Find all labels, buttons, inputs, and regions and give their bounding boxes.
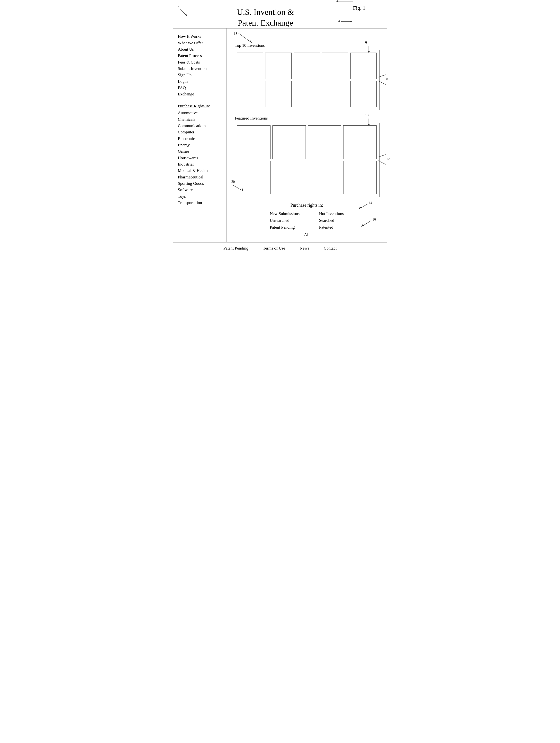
invention-cell[interactable] bbox=[350, 53, 377, 79]
top-inventions-section: 6 Top 10 Inventions bbox=[234, 43, 380, 110]
svg-text:14: 14 bbox=[369, 201, 372, 205]
footer: Patent Pending Terms of Use News Contact bbox=[173, 243, 387, 254]
category-sporting-goods[interactable]: Sporting Goods bbox=[178, 180, 222, 187]
purchase-all-link[interactable]: All bbox=[234, 232, 380, 237]
sidebar: How It Works What We Offer About Us Pate… bbox=[173, 29, 227, 242]
svg-marker-6 bbox=[350, 20, 352, 23]
nav-faq[interactable]: FAQ bbox=[178, 85, 222, 91]
featured-inventions-label: Featured Inventions bbox=[235, 116, 380, 121]
nav-about-us[interactable]: About Us bbox=[178, 46, 222, 53]
category-transportation[interactable]: Transportation bbox=[178, 200, 222, 206]
invention-cell[interactable] bbox=[322, 81, 348, 107]
footer-terms-of-use[interactable]: Terms of Use bbox=[263, 246, 285, 251]
category-medical-health[interactable]: Medical & Health bbox=[178, 168, 222, 174]
svg-text:4: 4 bbox=[338, 19, 340, 23]
category-software[interactable]: Software bbox=[178, 187, 222, 193]
category-electronics[interactable]: Electronics bbox=[178, 136, 222, 142]
invention-cell[interactable] bbox=[322, 53, 348, 79]
invention-cell[interactable] bbox=[273, 125, 306, 159]
purchase-rights-section: Purchase Rights in: Automotive Chemicals… bbox=[178, 103, 222, 206]
category-games[interactable]: Games bbox=[178, 148, 222, 155]
sidebar-nav: How It Works What We Offer About Us Pate… bbox=[178, 33, 222, 97]
purchase-right-col: Hot Inventions Searched Patented bbox=[319, 210, 344, 231]
annotation-4 bbox=[333, 0, 356, 5]
svg-line-11 bbox=[378, 75, 385, 77]
svg-text:12: 12 bbox=[386, 157, 390, 161]
svg-line-7 bbox=[238, 33, 252, 43]
invention-cell[interactable] bbox=[265, 81, 291, 107]
category-communications[interactable]: Communications bbox=[178, 123, 222, 129]
invention-cell[interactable] bbox=[343, 161, 377, 194]
annotation-4-label: 4 bbox=[338, 18, 360, 26]
featured-inventions-grid-box: 12 bbox=[234, 123, 380, 197]
invention-cell[interactable] bbox=[265, 53, 291, 79]
nav-how-it-works[interactable]: How It Works bbox=[178, 33, 222, 40]
invention-cell[interactable] bbox=[294, 53, 320, 79]
nav-patent-process[interactable]: Patent Process bbox=[178, 53, 222, 59]
annotation-14: 14 bbox=[358, 200, 375, 211]
invention-cell[interactable] bbox=[294, 81, 320, 107]
invention-cell[interactable] bbox=[308, 125, 341, 159]
svg-line-12 bbox=[378, 81, 385, 84]
fig-label: Fig. 1 bbox=[353, 5, 382, 11]
nav-submit-invention[interactable]: Submit Invention bbox=[178, 65, 222, 72]
svg-line-22 bbox=[359, 204, 368, 209]
category-pharmaceutical[interactable]: Pharmaceutical bbox=[178, 174, 222, 180]
footer-contact[interactable]: Contact bbox=[324, 246, 337, 251]
svg-marker-3 bbox=[336, 0, 338, 2]
purchase-item-searched[interactable]: Searched bbox=[319, 217, 344, 224]
invention-cell[interactable] bbox=[350, 81, 377, 107]
top-inventions-grid-box: 8 bbox=[234, 50, 380, 110]
invention-cell[interactable] bbox=[237, 53, 263, 79]
svg-text:8: 8 bbox=[386, 77, 388, 81]
nav-what-we-offer[interactable]: What We Offer bbox=[178, 40, 222, 46]
purchase-left-col: New Submissions Unsearched Patent Pendin… bbox=[270, 210, 299, 231]
svg-line-17 bbox=[378, 161, 385, 164]
nav-exchange[interactable]: Exchange bbox=[178, 91, 222, 97]
svg-line-19 bbox=[233, 185, 243, 191]
purchase-item-patent-pending[interactable]: Patent Pending bbox=[270, 224, 299, 231]
category-energy[interactable]: Energy bbox=[178, 142, 222, 148]
category-automotive[interactable]: Automotive bbox=[178, 110, 222, 116]
category-housewares[interactable]: Housewares bbox=[178, 155, 222, 161]
category-chemicals[interactable]: Chemicals bbox=[178, 116, 222, 123]
empty-cell bbox=[273, 161, 306, 194]
purchase-item-new-submissions[interactable]: New Submissions bbox=[270, 210, 299, 217]
invention-cell[interactable] bbox=[237, 125, 271, 159]
purchase-section: 14 Purchase rights in: New Submissions U… bbox=[234, 203, 380, 237]
nav-login[interactable]: Login bbox=[178, 78, 222, 85]
annotation-20: 20 bbox=[231, 180, 246, 193]
footer-news[interactable]: News bbox=[300, 246, 309, 251]
nav-sign-up[interactable]: Sign Up bbox=[178, 72, 222, 78]
annotation-8: 8 bbox=[377, 74, 389, 87]
annotation-18: 18 bbox=[234, 32, 259, 44]
purchase-item-patented[interactable]: Patented bbox=[319, 224, 344, 231]
featured-inventions-section: 10 Featured Inventions bbox=[234, 116, 380, 197]
annotation-12: 12 bbox=[377, 154, 389, 167]
annotation-16: 16 bbox=[360, 217, 380, 230]
svg-marker-26 bbox=[362, 224, 364, 227]
invention-cell[interactable] bbox=[343, 125, 377, 159]
svg-marker-8 bbox=[250, 40, 252, 43]
top-inventions-label: Top 10 Inventions bbox=[235, 43, 380, 48]
invention-cell[interactable] bbox=[237, 81, 263, 107]
svg-line-16 bbox=[378, 155, 385, 157]
purchase-rights-label: Purchase Rights in: bbox=[178, 103, 222, 109]
main-layout: How It Works What We Offer About Us Pate… bbox=[173, 28, 387, 243]
purchase-item-unsearched[interactable]: Unsearched bbox=[270, 217, 299, 224]
category-toys[interactable]: Toys bbox=[178, 193, 222, 200]
footer-patent-pending[interactable]: Patent Pending bbox=[223, 246, 248, 251]
invention-cell[interactable] bbox=[308, 161, 341, 194]
nav-fees-costs[interactable]: Fees & Costs bbox=[178, 59, 222, 65]
category-industrial[interactable]: Industrial bbox=[178, 161, 222, 168]
purchase-item-hot-inventions[interactable]: Hot Inventions bbox=[319, 210, 344, 217]
featured-inventions-grid bbox=[237, 125, 377, 194]
top-inventions-grid bbox=[237, 53, 377, 107]
category-computer[interactable]: Computer bbox=[178, 129, 222, 135]
svg-marker-1 bbox=[185, 14, 187, 16]
svg-text:16: 16 bbox=[372, 218, 376, 221]
annotation-2: 2 bbox=[178, 4, 190, 19]
header: 2 U.S. Invention & Patent Exchange Fig. … bbox=[168, 0, 392, 31]
content-area: 18 6 Top 10 Inventions bbox=[227, 29, 387, 242]
purchase-grid: New Submissions Unsearched Patent Pendin… bbox=[234, 210, 380, 231]
